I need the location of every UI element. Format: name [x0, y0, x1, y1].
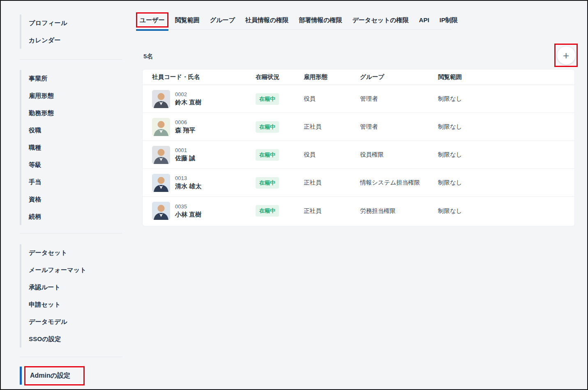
table-row[interactable]: 0002鈴木 直樹在籍中役員管理者制限なし — [143, 85, 574, 113]
employee-code: 0035 — [175, 203, 201, 210]
sidebar-item[interactable]: 申請セット — [20, 296, 122, 313]
column-header: 閲覧範囲 — [438, 73, 574, 81]
status-cell: 在籍中 — [256, 177, 304, 189]
column-header: 社員コード・氏名 — [152, 73, 256, 81]
scope-cell: 制限なし — [438, 207, 574, 215]
sidebar-divider — [20, 59, 122, 60]
user-count-label: 5名 — [143, 53, 153, 60]
sidebar-item-label: 手当 — [29, 178, 42, 186]
sidebar-item[interactable]: 資格 — [20, 191, 122, 208]
sidebar-item[interactable]: 等級 — [20, 156, 122, 173]
status-badge: 在籍中 — [256, 177, 279, 189]
employee-cell: 0002鈴木 直樹 — [152, 90, 256, 108]
sidebar-item[interactable]: 役職 — [20, 122, 122, 139]
tab-item[interactable]: グループ — [210, 16, 235, 27]
sidebar-item[interactable]: プロフィール — [20, 14, 122, 32]
tab-item[interactable]: API — [419, 16, 429, 26]
sidebar-item-label: 等級 — [29, 161, 42, 169]
status-badge: 在籍中 — [256, 93, 279, 105]
sidebar-item-admin-settings[interactable]: Adminの設定 — [20, 366, 122, 385]
group-cell: 管理者 — [360, 95, 438, 103]
sidebar-group-bar — [20, 70, 21, 225]
tab-item[interactable]: ユーザー — [140, 16, 165, 27]
sidebar-item-label: 職種 — [29, 144, 42, 152]
sidebar-group-bar — [20, 244, 21, 348]
tab-item[interactable]: 閲覧範囲 — [175, 16, 200, 27]
sidebar-item-label: メールフォーマット — [29, 266, 86, 274]
sidebar-item[interactable]: 職種 — [20, 139, 122, 156]
sidebar-item-label: 申請セット — [29, 301, 61, 309]
group-cell: 役員権限 — [360, 151, 438, 159]
employee-name: 森 翔平 — [175, 127, 195, 134]
employee-name: 鈴木 直樹 — [175, 99, 201, 106]
table-row[interactable]: 0035小林 直樹在籍中正社員労務担当権限制限なし — [143, 197, 574, 225]
group-cell: 労務担当権限 — [360, 207, 438, 215]
sidebar-divider — [20, 357, 122, 357]
table-body: 0002鈴木 直樹在籍中役員管理者制限なし0006森 翔平在籍中正社員管理者制限… — [143, 85, 574, 225]
column-header: グループ — [360, 73, 438, 81]
sidebar-item[interactable]: データセット — [20, 244, 122, 261]
table-header-row: 社員コード・氏名在籍状況雇用形態グループ閲覧範囲 — [143, 69, 574, 85]
employee-code: 0002 — [175, 91, 201, 97]
table-row[interactable]: 0006森 翔平在籍中正社員管理者制限なし — [143, 113, 574, 141]
employee-name: 小林 直樹 — [175, 211, 201, 219]
group-cell: 情報システム担当権限 — [360, 179, 438, 187]
sidebar-group-personal: プロフィールカレンダー — [20, 14, 122, 49]
employment-cell: 正社員 — [304, 123, 360, 131]
user-table: 社員コード・氏名在籍状況雇用形態グループ閲覧範囲 0002鈴木 直樹在籍中役員管… — [143, 69, 574, 226]
table-row[interactable]: 0013清水 雄太在籍中正社員情報システム担当権限制限なし — [143, 169, 574, 197]
employee-cell: 0001佐藤 誠 — [152, 146, 256, 164]
employee-cell: 0035小林 直樹 — [152, 202, 256, 220]
scope-cell: 制限なし — [438, 123, 574, 131]
sidebar-group-master: 事業所雇用形態勤務形態役職職種等級手当資格続柄 — [20, 70, 122, 225]
employee-code: 0013 — [175, 175, 201, 181]
sidebar-item-label: 事業所 — [29, 75, 48, 83]
sidebar-item[interactable]: 事業所 — [20, 70, 122, 87]
status-cell: 在籍中 — [256, 93, 304, 105]
sidebar-item[interactable]: 雇用形態 — [20, 87, 122, 104]
status-cell: 在籍中 — [256, 205, 304, 217]
sidebar-item-label: 勤務形態 — [29, 109, 54, 117]
table-row[interactable]: 0001佐藤 誠在籍中役員役員権限制限なし — [143, 141, 574, 169]
employment-cell: 役員 — [304, 151, 360, 159]
sidebar-item-label: カレンダー — [29, 37, 61, 44]
sidebar-item-label: データセット — [29, 249, 67, 257]
sidebar-item-label: Adminの設定 — [30, 372, 70, 379]
tab-item[interactable]: 部署情報の権限 — [299, 16, 342, 27]
sidebar-item[interactable]: 勤務形態 — [20, 104, 122, 122]
annotation-box-active-tab — [136, 12, 168, 28]
tab-item[interactable]: データセットの権限 — [352, 16, 408, 27]
employee-code: 0006 — [175, 119, 195, 125]
app-window: プロフィールカレンダー 事業所雇用形態勤務形態役職職種等級手当資格続柄 データセ… — [0, 0, 588, 390]
tab-item[interactable]: IP制限 — [440, 16, 458, 27]
active-indicator-bar — [20, 367, 22, 385]
scope-cell: 制限なし — [438, 151, 574, 159]
sidebar-item[interactable]: カレンダー — [20, 32, 122, 49]
employment-cell: 正社員 — [304, 207, 360, 215]
sidebar-item[interactable]: 続柄 — [20, 208, 122, 225]
column-header: 雇用形態 — [304, 73, 360, 81]
plus-icon: + — [563, 50, 569, 61]
sidebar-item[interactable]: 手当 — [20, 173, 122, 191]
tabbar: ユーザー閲覧範囲グループ社員情報の権限部署情報の権限データセットの権限APIIP… — [140, 16, 458, 27]
sidebar-item-label: SSOの設定 — [29, 335, 61, 343]
employee-avatar — [152, 146, 170, 164]
add-user-button[interactable]: + — [557, 46, 575, 65]
sidebar-item[interactable]: SSOの設定 — [20, 330, 122, 348]
tab-item[interactable]: 社員情報の権限 — [245, 16, 288, 27]
annotation-box-admin: Adminの設定 — [24, 366, 85, 385]
status-cell: 在籍中 — [256, 149, 304, 161]
sidebar-item-label: 役職 — [29, 127, 42, 134]
employee-avatar — [152, 202, 170, 220]
group-cell: 管理者 — [360, 123, 438, 131]
sidebar-item-label: 資格 — [29, 196, 42, 203]
sidebar-item[interactable]: メールフォーマット — [20, 261, 122, 279]
tabbar-border — [136, 29, 452, 30]
employee-cell: 0013清水 雄太 — [152, 174, 256, 192]
employee-name: 佐藤 誠 — [175, 155, 195, 162]
sidebar-item-label: 雇用形態 — [29, 92, 54, 100]
sidebar-item-label: 承認ルート — [29, 284, 60, 291]
employment-cell: 役員 — [304, 95, 360, 103]
sidebar-item[interactable]: 承認ルート — [20, 279, 122, 296]
sidebar-item[interactable]: データモデル — [20, 313, 122, 330]
